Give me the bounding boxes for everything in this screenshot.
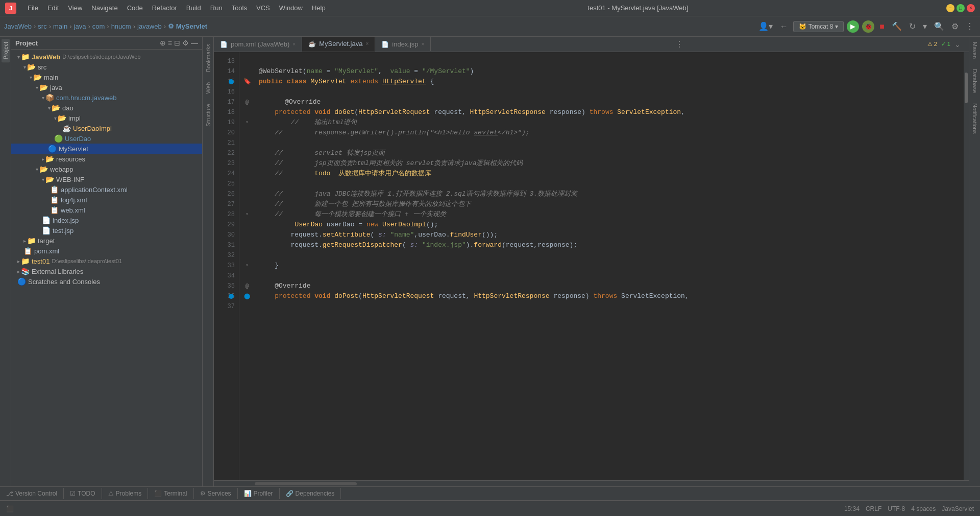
tree-myservlet[interactable]: 🔵 MyServlet	[11, 144, 202, 154]
tomcat-selector[interactable]: 🐱 Tomcat 8 ▾	[793, 21, 844, 32]
sync-button[interactable]: ↻	[907, 20, 918, 32]
menu-navigate[interactable]: Navigate	[87, 3, 121, 13]
tree-pomxml[interactable]: 📋 pom.xml	[11, 246, 202, 256]
bottom-tab-vcs[interactable]: ⎇ Version Control	[0, 488, 64, 499]
sidebar-collapse-all[interactable]: ≡	[168, 39, 172, 47]
myservlet-tab-close[interactable]: ×	[365, 41, 369, 46]
bookmark-icon-15[interactable]: 🔖	[243, 77, 251, 87]
tree-package[interactable]: ▾ 📦 com.hnucm.javaweb	[11, 92, 202, 103]
bottom-tab-problems[interactable]: ⚠ Problems	[102, 488, 149, 499]
tree-javaweb-root[interactable]: ▾ 📁 JavaWeb D:\eslipselibs\ideapro\JavaW…	[11, 52, 202, 62]
breadcrumb-main[interactable]: main	[53, 22, 67, 30]
bottom-tab-todo[interactable]: ☑ TODO	[64, 488, 102, 499]
menu-window[interactable]: Window	[275, 3, 307, 13]
sidebar-settings[interactable]: ⚙	[182, 39, 189, 47]
tree-main[interactable]: ▾ 📂 main	[11, 72, 202, 82]
menu-edit[interactable]: Edit	[43, 3, 63, 13]
menu-help[interactable]: Help	[308, 3, 330, 13]
bottom-tab-profiler[interactable]: 📊 Profiler	[238, 488, 280, 499]
notifications-tab[interactable]: Notifications	[971, 100, 979, 137]
sidebar-expand[interactable]: ⊟	[174, 39, 180, 47]
project-tab[interactable]: Project	[2, 39, 10, 62]
tree-resources[interactable]: ▸ 📂 resources	[11, 154, 202, 164]
tree-target[interactable]: ▸ 📁 target	[11, 236, 202, 246]
toolbar-extra[interactable]: ⋮	[964, 20, 976, 32]
breadcrumb-hnucm[interactable]: hnucm	[111, 22, 131, 30]
bottom-tab-terminal[interactable]: ⬛ Terminal	[148, 488, 193, 499]
fold-icon-28[interactable]: ▾	[246, 209, 249, 220]
tree-webxml[interactable]: 📋 web.xml	[11, 205, 202, 215]
tree-log4j[interactable]: 📋 log4j.xml	[11, 195, 202, 205]
fold-icon-33[interactable]: ▾	[246, 261, 249, 271]
editor-expand-btn[interactable]: ⌄	[954, 40, 961, 49]
fold-icon-19[interactable]: ▾	[246, 118, 249, 128]
tree-userdaoimpl[interactable]: ☕ UserDaoImpl	[11, 123, 202, 133]
sidebar-nav-up[interactable]: ⊕	[160, 39, 166, 47]
breadcrumb-myservlet[interactable]: ⚙ MyServlet	[168, 22, 207, 30]
status-encoding[interactable]: UTF-8	[888, 505, 905, 512]
menu-run[interactable]: Run	[206, 3, 227, 13]
tree-java[interactable]: ▾ 📂 java	[11, 82, 202, 92]
bookmarks-tab[interactable]: Bookmarks	[204, 41, 212, 75]
tree-userdao[interactable]: 🟢 UserDao	[11, 133, 202, 144]
breadcrumb-src[interactable]: src	[38, 22, 46, 30]
close-button[interactable]: ×	[967, 4, 975, 12]
bottom-tab-services[interactable]: ⚙ Services	[194, 488, 238, 499]
vertical-scrollbar[interactable]	[964, 52, 969, 480]
tree-scratches[interactable]: 🔵 Scratches and Consoles	[11, 276, 202, 287]
pom-tab-close[interactable]: ×	[292, 41, 296, 47]
web-tab[interactable]: Web	[204, 79, 212, 97]
tree-external-libs[interactable]: ▸ 📚 External Libraries	[11, 266, 202, 276]
toolbar-back-button[interactable]: ←	[778, 21, 790, 32]
maximize-button[interactable]: □	[957, 4, 965, 12]
debug-button[interactable]: 🐞	[862, 20, 874, 33]
menu-view[interactable]: View	[64, 3, 86, 13]
settings-button[interactable]: ⚙	[949, 20, 961, 32]
tree-appcontext[interactable]: 📋 applicationContext.xml	[11, 184, 202, 195]
status-position[interactable]: 15:34	[844, 505, 860, 512]
menu-refactor[interactable]: Refactor	[148, 3, 181, 13]
menu-vcs[interactable]: VCS	[252, 3, 274, 13]
menu-file[interactable]: File	[23, 3, 42, 13]
breakpoint-icon-36[interactable]: ⬤	[244, 291, 250, 301]
menu-build[interactable]: Build	[182, 3, 205, 13]
toolbar-more[interactable]: ▾	[921, 20, 929, 32]
build-button[interactable]: 🔨	[890, 20, 904, 32]
bottom-tab-dependencies[interactable]: 🔗 Dependencies	[280, 488, 341, 499]
status-indent[interactable]: 4 spaces	[911, 505, 936, 512]
menu-tools[interactable]: Tools	[228, 3, 251, 13]
code-editor[interactable]: @WebServlet(name = "MyServlet", value = …	[255, 52, 964, 480]
tree-indexjsp[interactable]: 📄 index.jsp	[11, 215, 202, 225]
tree-webapp[interactable]: ▾ 📂 webapp	[11, 164, 202, 174]
horizontal-scrollbar-area	[214, 480, 969, 486]
scrollbar-thumb[interactable]	[965, 73, 968, 103]
tree-testjsp[interactable]: 📄 test.jsp	[11, 225, 202, 236]
breadcrumb-java[interactable]: java	[74, 22, 86, 30]
tree-src[interactable]: ▾ 📂 src	[11, 62, 202, 72]
status-file-type[interactable]: JavaServlet	[942, 505, 974, 512]
minimize-button[interactable]: −	[946, 4, 954, 12]
structure-tab[interactable]: Structure	[204, 101, 212, 130]
tab-indexjsp[interactable]: 📄 index.jsp ×	[375, 37, 431, 51]
tree-dao[interactable]: ▾ 📂 dao	[11, 103, 202, 113]
indexjsp-tab-close[interactable]: ×	[422, 41, 425, 47]
tabs-more-button[interactable]: ⋮	[671, 37, 688, 51]
breadcrumb-com[interactable]: com	[92, 22, 105, 30]
menu-code[interactable]: Code	[123, 3, 147, 13]
breadcrumb-project[interactable]: JavaWeb	[4, 22, 32, 30]
tab-pom[interactable]: 📄 pom.xml (JavaWeb) ×	[214, 37, 302, 51]
horizontal-scrollbar-thumb[interactable]	[255, 482, 357, 485]
tab-myservlet[interactable]: ☕ MyServlet.java ×	[302, 37, 375, 52]
maven-tab[interactable]: Maven	[971, 39, 979, 62]
search-button[interactable]: 🔍	[932, 20, 946, 32]
breadcrumb-javaweb[interactable]: javaweb	[137, 22, 162, 30]
tree-impl[interactable]: ▾ 📂 impl	[11, 113, 202, 123]
database-tab[interactable]: Database	[971, 66, 979, 96]
sidebar-close[interactable]: —	[191, 39, 198, 47]
stop-button[interactable]: ■	[877, 21, 887, 32]
status-line-ending[interactable]: CRLF	[866, 505, 881, 512]
tree-test01-root[interactable]: ▸ 📁 test01 D:\eslipselibs\ideapro\test01	[11, 256, 202, 266]
toolbar-vcs-button[interactable]: 👤▾	[756, 20, 775, 32]
run-button[interactable]: ▶	[847, 20, 859, 33]
tree-webinf[interactable]: ▾ 📂 WEB-INF	[11, 174, 202, 184]
